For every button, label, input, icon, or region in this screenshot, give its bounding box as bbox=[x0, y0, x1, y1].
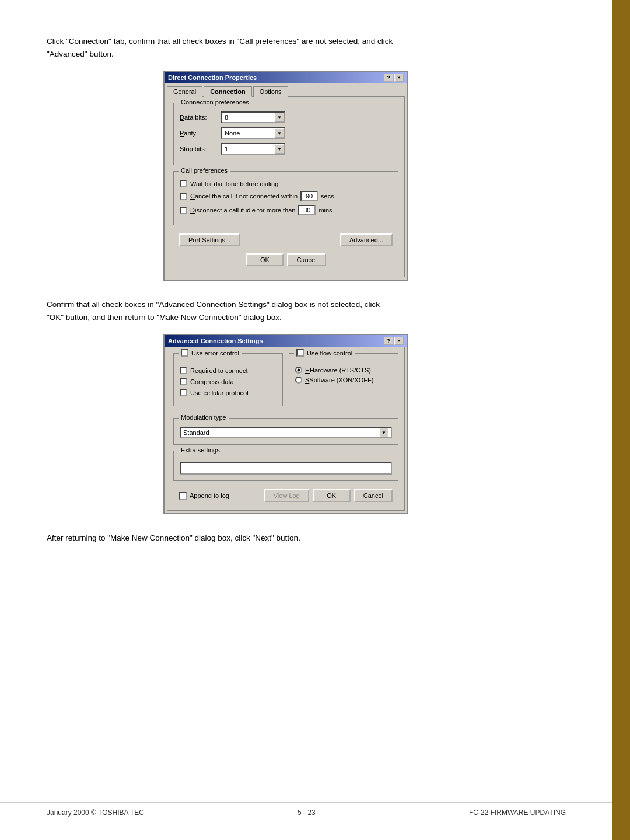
modulation-group: Modulation type Standard ▼ bbox=[173, 418, 398, 445]
checkbox1[interactable] bbox=[180, 180, 187, 187]
dialog1-ok-button[interactable]: OK bbox=[246, 253, 284, 266]
page-footer: January 2000 © TOSHIBA TEC 5 - 23 FC-22 … bbox=[0, 802, 612, 817]
footer-right: FC-22 FIRMWARE UPDATING bbox=[469, 808, 566, 817]
intro-text-1: Click "Connection" tab, confirm that all… bbox=[47, 37, 393, 46]
after-paragraph: After returning to "Make New Connection"… bbox=[47, 532, 525, 545]
dialog2-close-btn[interactable]: × bbox=[394, 337, 404, 345]
extra-settings-title: Extra settings bbox=[178, 447, 222, 454]
footer-left: January 2000 © TOSHIBA TEC bbox=[47, 808, 144, 817]
compress-row: Compress data bbox=[180, 378, 276, 385]
dialog1-cancel-button[interactable]: Cancel bbox=[287, 253, 326, 266]
flow-sub-options: HHardware (RTS/CTS) SSoftware (XON/XOFF) bbox=[295, 367, 392, 384]
parity-row: Parity: None ▼ bbox=[180, 127, 392, 139]
flow-control-title: Use flow control bbox=[294, 349, 355, 357]
footer-center: 5 - 23 bbox=[298, 808, 316, 817]
dialog1-help-btn[interactable]: ? bbox=[384, 74, 393, 82]
dialog1-ok-cancel: OK Cancel bbox=[173, 251, 398, 271]
data-bits-row: Data bits: 8 ▼ bbox=[180, 111, 392, 123]
compress-checkbox[interactable] bbox=[180, 378, 187, 385]
call-prefs-group: Call preferences Wait for dial tone befo… bbox=[173, 171, 398, 225]
confirm-text-1: Confirm that all check boxes in "Advance… bbox=[47, 300, 380, 309]
dialog2-title-buttons: ? × bbox=[384, 337, 404, 345]
call-prefs-title: Call preferences bbox=[178, 167, 230, 174]
parity-label: Parity: bbox=[180, 130, 218, 137]
dialog1-close-btn[interactable]: × bbox=[394, 74, 404, 82]
parity-select[interactable]: None ▼ bbox=[221, 127, 285, 139]
checkbox3-row: Disconnect a call if idle for more than … bbox=[180, 205, 392, 215]
checkbox2-unit: secs bbox=[321, 193, 334, 200]
dialog2-cancel-button[interactable]: Cancel bbox=[354, 489, 393, 502]
flow-control-checkbox-row: Use flow control bbox=[296, 349, 352, 357]
tab-connection[interactable]: Connection bbox=[204, 86, 252, 97]
parity-arrow[interactable]: ▼ bbox=[275, 128, 284, 138]
modulation-select[interactable]: Standard ▼ bbox=[180, 427, 392, 438]
confirm-paragraph: Confirm that all check boxes in "Advance… bbox=[47, 298, 525, 323]
dialog2-help-btn[interactable]: ? bbox=[384, 337, 393, 345]
right-sidebar bbox=[612, 0, 630, 840]
modulation-value: Standard bbox=[183, 429, 209, 436]
dialog1-title: Direct Connection Properties bbox=[168, 74, 257, 81]
checkbox3-value[interactable]: 30 bbox=[298, 205, 316, 215]
flow-control-checkbox[interactable] bbox=[296, 349, 304, 357]
cellular-checkbox[interactable] bbox=[180, 389, 187, 396]
cellular-row: Use cellular protocol bbox=[180, 389, 276, 396]
cellular-label: Use cellular protocol bbox=[190, 389, 249, 396]
dialog1-body: Connection preferences Data bits: 8 ▼ Pa… bbox=[167, 96, 405, 277]
advanced-button[interactable]: Advanced... bbox=[340, 233, 393, 246]
tab-general[interactable]: General bbox=[167, 86, 202, 97]
data-bits-value: 8 bbox=[222, 114, 275, 121]
error-control-checkbox-row: Use error control bbox=[181, 349, 239, 357]
dialog2-ok-cancel: View Log OK Cancel bbox=[264, 489, 393, 502]
checkbox2[interactable] bbox=[180, 193, 187, 200]
append-log-row: Append to log bbox=[179, 492, 229, 500]
dialog1-tabs: General Connection Options bbox=[164, 83, 407, 96]
connection-prefs-title: Connection preferences bbox=[178, 99, 251, 106]
dialog2-footer: Append to log View Log OK Cancel bbox=[173, 487, 398, 504]
checkbox3[interactable] bbox=[180, 207, 187, 214]
data-bits-arrow[interactable]: ▼ bbox=[275, 113, 284, 122]
dialog2-titlebar: Advanced Connection Settings ? × bbox=[164, 335, 407, 347]
checkbox3-label: Disconnect a call if idle for more than bbox=[190, 207, 295, 214]
dialog2-body: Use error control Required to connect Co… bbox=[167, 347, 405, 511]
checkbox1-label: Wait for dial tone before dialing bbox=[190, 180, 278, 187]
hardware-radio[interactable] bbox=[295, 367, 302, 374]
dialog1-footer: Port Settings... Advanced... bbox=[173, 231, 398, 251]
checkbox2-value[interactable]: 90 bbox=[300, 191, 318, 201]
required-checkbox[interactable] bbox=[180, 367, 187, 374]
stop-bits-arrow[interactable]: ▼ bbox=[275, 144, 284, 154]
port-settings-button[interactable]: Port Settings... bbox=[179, 233, 240, 246]
connection-prefs-group: Connection preferences Data bits: 8 ▼ Pa… bbox=[173, 103, 398, 165]
compress-label: Compress data bbox=[190, 378, 234, 385]
stop-bits-row: Stop bits: 1 ▼ bbox=[180, 143, 392, 155]
dialog1-titlebar: Direct Connection Properties ? × bbox=[164, 72, 407, 83]
tab-options[interactable]: Options bbox=[253, 86, 288, 97]
data-bits-label: Data bits: bbox=[180, 114, 218, 121]
required-row: Required to connect bbox=[180, 367, 276, 374]
stop-bits-label: Stop bits: bbox=[180, 145, 218, 152]
dialog1-title-buttons: ? × bbox=[384, 74, 404, 82]
required-label: Required to connect bbox=[190, 367, 247, 374]
intro-text-2: "Advanced" button. bbox=[47, 50, 114, 58]
software-label: SSoftware (XON/XOFF) bbox=[305, 377, 373, 384]
error-control-title: Use error control bbox=[178, 349, 242, 357]
dialog2-ok-button[interactable]: OK bbox=[313, 489, 351, 502]
view-log-button[interactable]: View Log bbox=[264, 489, 309, 502]
advanced-connection-dialog: Advanced Connection Settings ? × Use err… bbox=[163, 334, 408, 514]
error-control-checkbox[interactable] bbox=[181, 349, 188, 357]
stop-bits-value: 1 bbox=[222, 145, 275, 152]
software-radio-row: SSoftware (XON/XOFF) bbox=[295, 377, 392, 384]
checkbox3-unit: mins bbox=[318, 207, 332, 214]
append-log-checkbox[interactable] bbox=[179, 492, 187, 500]
modulation-arrow[interactable]: ▼ bbox=[379, 428, 388, 437]
software-radio[interactable] bbox=[295, 377, 302, 384]
extra-settings-input[interactable] bbox=[180, 462, 392, 475]
flow-control-group: Use flow control HHardware (RTS/CTS) bbox=[289, 353, 398, 406]
hardware-label: HHardware (RTS/CTS) bbox=[305, 367, 371, 374]
checkbox2-label: Cancel the call if not connected within bbox=[190, 193, 298, 200]
data-bits-select[interactable]: 8 ▼ bbox=[221, 111, 285, 123]
stop-bits-select[interactable]: 1 ▼ bbox=[221, 143, 285, 155]
parity-value: None bbox=[222, 130, 275, 137]
checkbox1-row: Wait for dial tone before dialing bbox=[180, 180, 392, 187]
hardware-radio-row: HHardware (RTS/CTS) bbox=[295, 367, 392, 374]
error-sub-options: Required to connect Compress data Use ce… bbox=[180, 367, 276, 396]
